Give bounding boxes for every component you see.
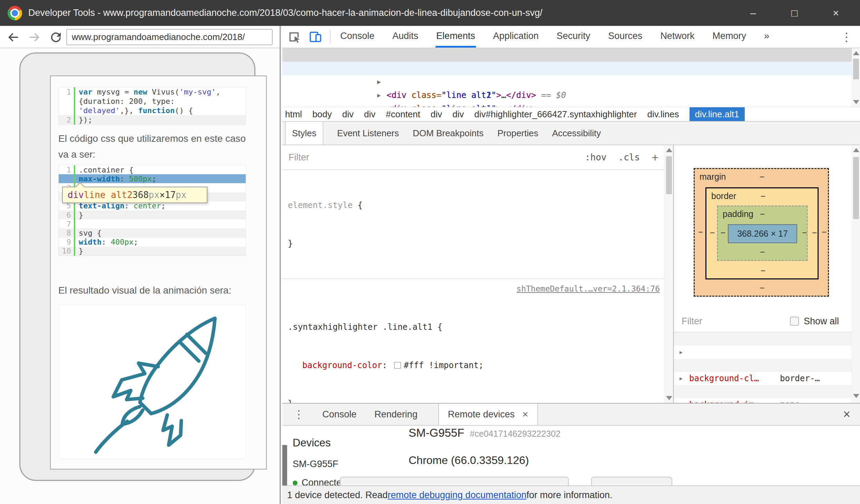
- window-controls: – □ ×: [743, 7, 860, 19]
- remote-debugging-doc-link[interactable]: remote debugging documentation: [388, 490, 526, 501]
- devtools-tabs: Console Audits Elements Application Secu…: [340, 26, 770, 48]
- close-button[interactable]: ×: [825, 7, 846, 19]
- drawer-tab-remote-devices[interactable]: Remote devices ×: [438, 404, 538, 425]
- computed-scrollbar[interactable]: [852, 145, 860, 403]
- scroll-down-icon[interactable]: [666, 396, 672, 400]
- window-titlebar: Developer Tools - www.programandoamedian…: [0, 0, 860, 26]
- scroll-up-icon[interactable]: [853, 148, 859, 152]
- dom-tree: … ▶ <div class="line alt1">…</div> == $0…: [282, 48, 860, 107]
- drawer-menu-icon[interactable]: ⋮: [293, 404, 304, 425]
- tab-styles[interactable]: Styles: [285, 122, 323, 145]
- computed-property-row[interactable]: ▶ background-cl…border-…: [674, 346, 860, 359]
- drawer-tab-console[interactable]: Console: [322, 404, 356, 425]
- show-all-label: Show all: [804, 316, 839, 327]
- scroll-thumb[interactable]: [853, 157, 859, 219]
- tab-audits[interactable]: Audits: [392, 26, 419, 48]
- styles-scrollbar[interactable]: [665, 145, 673, 403]
- styles-filter-actions: :hov .cls +: [585, 151, 658, 164]
- reload-icon[interactable]: [48, 30, 63, 45]
- computed-property-row[interactable]: ▶ background-at…scroll: [674, 333, 860, 346]
- dom-scrollbar[interactable]: [852, 48, 860, 107]
- device-list-item[interactable]: SM-G955F: [293, 459, 338, 470]
- box-model-padding[interactable]: padding − − − − 368.266 × 17: [717, 206, 808, 261]
- tab-memory[interactable]: Memory: [712, 26, 747, 48]
- stylesheet-link[interactable]: shThemeDefault.…ver=2.1.364:76: [517, 283, 660, 295]
- code-line: 10}: [59, 247, 246, 256]
- code-line: 8svg {: [59, 228, 246, 237]
- dom-row-selected[interactable]: … ▶ <div class="line alt1">…</div> == $0: [282, 48, 860, 62]
- scroll-down-icon[interactable]: [853, 100, 859, 104]
- box-model-border[interactable]: border − − − − padding − − − − 368.266 ×…: [705, 187, 819, 279]
- breadcrumb-content[interactable]: #content: [386, 107, 420, 121]
- tab-sources[interactable]: Sources: [607, 26, 643, 48]
- code-line: 2 });: [59, 115, 246, 125]
- minimize-button[interactable]: –: [743, 7, 763, 19]
- scroll-up-icon[interactable]: [853, 51, 859, 55]
- box-model-content[interactable]: 368.266 × 17: [728, 224, 797, 243]
- more-tabs-icon[interactable]: »: [763, 26, 770, 48]
- color-swatch[interactable]: [394, 362, 401, 369]
- close-drawer-icon[interactable]: ×: [843, 407, 850, 422]
- margin-label: margin: [700, 172, 726, 182]
- devices-list-scrollbar[interactable]: [282, 445, 287, 486]
- box-model-diagram[interactable]: margin − − − − border − − − − padding −: [694, 168, 829, 297]
- breadcrumb-highlighter[interactable]: div#highlighter_666427.syntaxhighlighter: [474, 107, 637, 121]
- dom-row[interactable]: ▶ <div class="line alt2">…</div>: [282, 62, 860, 75]
- tab-properties[interactable]: Properties: [497, 122, 538, 145]
- scroll-thumb[interactable]: [666, 156, 672, 194]
- tab-dom-breakpoints[interactable]: DOM Breakpoints: [413, 122, 483, 145]
- devtools-menu-icon[interactable]: ⋮: [841, 26, 852, 48]
- tab-console[interactable]: Console: [340, 26, 375, 48]
- tab-security[interactable]: Security: [556, 26, 591, 48]
- device-detail-heading: SM-G955F#ce0417146293222302: [409, 426, 560, 439]
- maximize-button[interactable]: □: [784, 7, 805, 19]
- style-rule-element[interactable]: element.style { }: [282, 170, 665, 279]
- computed-filter-input[interactable]: [681, 316, 771, 327]
- dom-row[interactable]: ▶ <div class="line alt1">…</div>: [282, 75, 860, 89]
- scroll-down-icon[interactable]: [853, 394, 859, 398]
- show-all-checkbox[interactable]: [790, 317, 799, 326]
- drawer-tab-rendering[interactable]: Rendering: [374, 404, 418, 425]
- tab-network[interactable]: Network: [659, 26, 695, 48]
- computed-pane: margin − − − − border − − − − padding −: [674, 145, 860, 403]
- computed-property-row[interactable]: ▶ background-im…none: [674, 372, 860, 385]
- toggle-hover-button[interactable]: :hov: [585, 152, 607, 162]
- drawer-status-bar: 1 device detected. Read remote debugging…: [282, 485, 860, 504]
- device-toolbar-icon[interactable]: [309, 30, 322, 44]
- breadcrumb-div[interactable]: div: [452, 107, 464, 121]
- tab-elements[interactable]: Elements: [436, 26, 476, 48]
- breadcrumb-body[interactable]: body: [312, 107, 332, 121]
- pane-divider[interactable]: [280, 26, 281, 504]
- css-code-block: 1.container { max-width: 500px; 3 4 5 te…: [58, 165, 246, 256]
- breadcrumb-div[interactable]: div: [364, 107, 375, 121]
- toggle-class-button[interactable]: .cls: [618, 152, 640, 162]
- computed-property-row[interactable]: ▶ background-co…rgb(2…: [674, 359, 860, 372]
- expand-arrow-icon[interactable]: ▶: [680, 398, 683, 403]
- connected-dot-icon: [293, 481, 297, 485]
- breadcrumb-selected[interactable]: div.line.alt1: [690, 107, 745, 121]
- breadcrumb-div[interactable]: div: [431, 107, 442, 121]
- code-line: 9 width: 400px;: [59, 238, 246, 247]
- styles-filter-input[interactable]: [288, 152, 467, 163]
- rocket-drawing: [59, 305, 246, 459]
- computed-property-row[interactable]: ▶ background-or…padding…: [674, 385, 860, 398]
- tab-accessibility[interactable]: Accessibility: [552, 122, 601, 145]
- breadcrumb-div[interactable]: div: [342, 107, 354, 121]
- styles-region: :hov .cls + element.style { } shThemeDef…: [282, 145, 860, 403]
- dom-row[interactable]: ▶ <div class="line alt1">…</div>: [282, 102, 860, 107]
- scroll-up-icon[interactable]: [666, 148, 672, 152]
- dom-row[interactable]: ▶ <div class="line alt2">…</div>: [282, 89, 860, 102]
- close-tab-icon[interactable]: ×: [522, 408, 528, 420]
- tab-event-listeners[interactable]: Event Listeners: [337, 122, 399, 145]
- back-icon[interactable]: [6, 30, 21, 45]
- new-style-rule-button[interactable]: +: [652, 151, 658, 164]
- style-rule-line-alt1[interactable]: shThemeDefault.…ver=2.1.364:76 .syntaxhi…: [282, 279, 665, 403]
- url-input[interactable]: [66, 29, 273, 45]
- tab-application[interactable]: Application: [492, 26, 539, 48]
- inspect-element-icon[interactable]: [287, 30, 301, 44]
- forward-icon[interactable]: [27, 30, 42, 45]
- styles-filter-bar: :hov .cls +: [282, 145, 665, 170]
- scroll-thumb[interactable]: [853, 59, 859, 79]
- breadcrumb-div-lines[interactable]: div.lines: [647, 107, 679, 121]
- breadcrumb-html[interactable]: html: [285, 107, 302, 121]
